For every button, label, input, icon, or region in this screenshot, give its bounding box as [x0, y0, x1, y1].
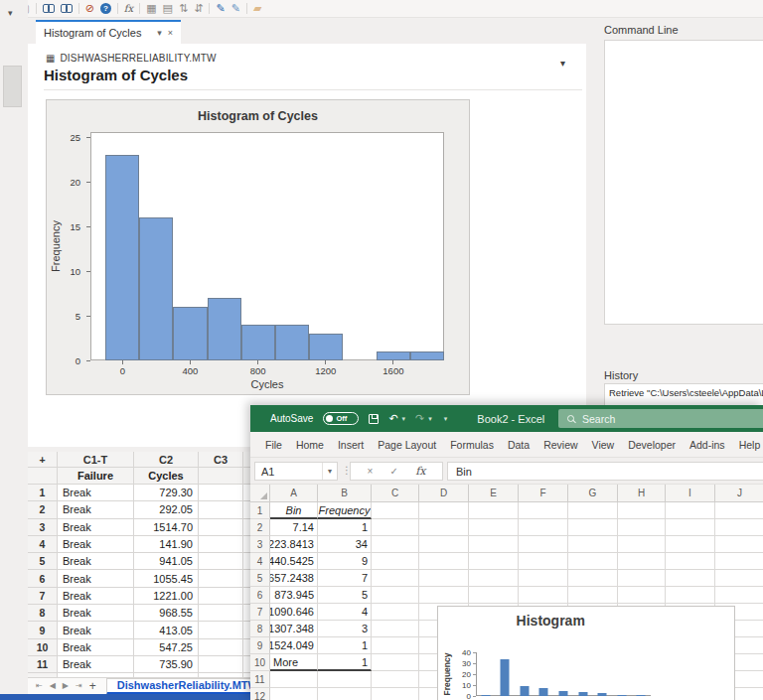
sheet-cell[interactable] — [419, 570, 469, 587]
histogram-bar[interactable] — [637, 695, 646, 696]
worksheet-cell[interactable] — [243, 519, 250, 536]
sheet-cell[interactable] — [568, 587, 618, 604]
row-header-4[interactable]: 4 — [250, 553, 270, 570]
worksheet-variable-name[interactable] — [199, 468, 243, 485]
previous-row-button[interactable]: ◀ — [50, 682, 56, 690]
worksheet-cell[interactable]: Break — [58, 485, 134, 501]
worksheet-cell[interactable]: Break — [58, 622, 134, 638]
sheet-cell[interactable] — [618, 536, 666, 553]
sheet-cell[interactable]: 657.2438 — [270, 570, 318, 587]
worksheet-cell[interactable]: 941.05 — [134, 553, 199, 570]
sheet-cell[interactable] — [666, 553, 715, 570]
worksheet-cell[interactable] — [199, 553, 243, 570]
worksheet-cell[interactable]: Break — [58, 656, 134, 673]
sheet-cell[interactable] — [568, 519, 618, 536]
sheet-cell[interactable] — [372, 621, 419, 637]
worksheet-cell[interactable] — [199, 622, 243, 638]
worksheet-cell[interactable]: Break — [58, 570, 134, 587]
sheet-cell[interactable]: 5 — [318, 587, 372, 604]
column-header-i[interactable]: I — [666, 485, 715, 502]
worksheet-row-number[interactable]: 2 — [28, 501, 58, 518]
sheet-cell[interactable] — [618, 553, 666, 570]
worksheet-row-number[interactable]: 9 — [28, 622, 58, 638]
worksheet-row-number[interactable]: 8 — [28, 605, 58, 622]
cancel-icon[interactable]: ⊘ — [85, 3, 94, 14]
row-header-10[interactable]: 10 — [250, 654, 270, 671]
row-header-5[interactable]: 5 — [250, 570, 270, 587]
sheet-cell[interactable] — [419, 587, 469, 604]
worksheet-cell[interactable]: 735.90 — [134, 656, 199, 673]
sheet-cell[interactable] — [419, 519, 469, 536]
histogram-bar[interactable] — [309, 334, 343, 360]
sheet-cell[interactable] — [519, 587, 568, 604]
sheet-cell[interactable] — [372, 604, 419, 621]
sheet-cell[interactable] — [618, 502, 666, 519]
ribbon-tab-review[interactable]: Review — [536, 439, 584, 451]
worksheet-cell[interactable] — [199, 605, 243, 622]
worksheet-cell[interactable]: Break — [58, 519, 134, 536]
sheet-cell[interactable] — [618, 570, 666, 587]
sheet-cell[interactable] — [715, 502, 763, 519]
worksheet-cell[interactable]: Break — [58, 553, 134, 570]
worksheet-cell[interactable]: Break — [58, 536, 134, 553]
sheet-cell[interactable] — [372, 587, 419, 604]
cancel-entry-icon[interactable]: × — [368, 466, 374, 477]
worksheet-cell[interactable]: 141.90 — [134, 536, 199, 553]
sheet-cell[interactable] — [519, 553, 568, 570]
worksheet-cell[interactable]: 1055.45 — [134, 570, 199, 587]
worksheet-cell[interactable]: Break — [58, 501, 134, 518]
worksheet-column-header[interactable]: C3 — [199, 452, 243, 468]
formula-bar[interactable]: Bin — [447, 462, 763, 481]
worksheet-variable-name[interactable]: Failure — [58, 468, 134, 485]
insert-function-icon[interactable]: fx — [124, 4, 133, 14]
sheet-cell[interactable] — [618, 519, 666, 536]
sheet-cell[interactable] — [666, 519, 715, 536]
row-header-1[interactable]: 1 — [250, 502, 270, 519]
sheet-cell[interactable] — [469, 570, 519, 587]
worksheet-cell[interactable]: 292.05 — [134, 501, 199, 518]
column-header-a[interactable]: A — [270, 485, 318, 502]
tab-histogram-of-cycles[interactable]: Histogram of Cycles ▾ × — [36, 20, 181, 44]
worksheet-cell[interactable] — [199, 639, 243, 656]
sheet-cell[interactable]: 1524.049 — [270, 637, 318, 654]
output-options-dropdown-icon[interactable]: ▾ — [560, 58, 565, 69]
worksheet-column-header[interactable]: C1-T — [58, 452, 134, 468]
worksheet-variable-name[interactable] — [243, 468, 250, 485]
row-header-6[interactable]: 6 — [250, 587, 270, 604]
worksheet-row-number[interactable]: 7 — [28, 588, 58, 605]
column-header-d[interactable]: D — [419, 485, 469, 502]
add-worksheet-button[interactable]: + — [89, 680, 96, 692]
worksheet-corner-cell[interactable]: + — [28, 452, 58, 468]
row-header-2[interactable]: 2 — [250, 519, 270, 536]
row-header-3[interactable]: 3 — [250, 536, 270, 553]
sheet-cell[interactable]: 4 — [318, 604, 372, 621]
sheet-cell[interactable] — [372, 536, 419, 553]
worksheet-cell[interactable] — [199, 501, 243, 518]
worksheet-column-header[interactable]: C4 — [243, 452, 250, 468]
ribbon-tab-formulas[interactable]: Formulas — [443, 439, 501, 451]
eraser-icon[interactable]: ▰ — [253, 3, 261, 14]
sheet-cell[interactable] — [715, 553, 763, 570]
worksheet-row-number[interactable]: 1 — [28, 485, 58, 501]
ribbon-tab-page-layout[interactable]: Page Layout — [371, 439, 443, 451]
sheet-cell[interactable] — [469, 553, 519, 570]
sheet-cell[interactable] — [519, 519, 568, 536]
sheet-cell[interactable]: 1 — [318, 519, 372, 536]
quick-access-dropdown-icon[interactable]: ▾ — [444, 415, 448, 423]
collapse-navigator-button[interactable]: ▾ — [8, 8, 13, 18]
worksheet-variable-name[interactable]: Cycles — [134, 468, 199, 485]
sheet-cell[interactable] — [568, 570, 618, 587]
sheet-cell[interactable] — [666, 536, 715, 553]
save-icon[interactable] — [369, 414, 379, 424]
sheet-cell[interactable]: 9 — [318, 553, 372, 570]
sheet-cell[interactable]: 34 — [318, 536, 372, 553]
sheet-cell[interactable] — [419, 536, 469, 553]
worksheet-cell[interactable] — [243, 588, 250, 605]
worksheet-cell[interactable] — [199, 656, 243, 673]
annotate-icon[interactable]: ✎ — [231, 3, 240, 14]
last-row-button[interactable]: ⇥ — [76, 682, 82, 690]
first-row-button[interactable]: ⇤ — [36, 682, 43, 690]
sheet-cell[interactable]: 1 — [318, 637, 372, 654]
worksheet-cell[interactable] — [199, 485, 243, 501]
histogram-bar[interactable] — [275, 325, 309, 360]
